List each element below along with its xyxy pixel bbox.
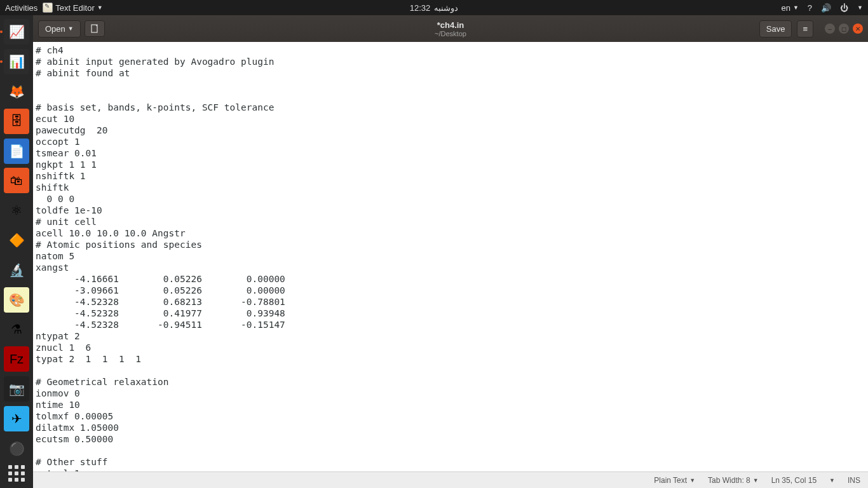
highlight-mode-label: Plain Text bbox=[654, 476, 687, 485]
chevron-down-icon: ▼ bbox=[829, 477, 835, 484]
chevron-down-icon: ▼ bbox=[857, 4, 863, 11]
chevron-down-icon: ▼ bbox=[753, 477, 759, 484]
clock-time: 12:32 bbox=[410, 3, 431, 13]
chemistry-icon: ⚗ bbox=[4, 316, 29, 342]
launcher-dock: 📈📊🦊🗄📄🛍⚛🔶🔬🎨⚗Fz📷✈⚫ bbox=[0, 15, 33, 488]
software-icon: 🛍 bbox=[4, 168, 29, 193]
launcher-item-filezilla[interactable]: Fz bbox=[3, 346, 31, 372]
open-button[interactable]: Open ▼ bbox=[38, 20, 81, 37]
window-subtitle: ~/Desktop bbox=[435, 30, 466, 37]
system-monitor-2-icon: 📊 bbox=[4, 49, 29, 74]
tab-width-label: Tab Width: 8 bbox=[708, 476, 750, 485]
color-picker-icon: 🎨 bbox=[4, 287, 29, 313]
launcher-item-libreoffice-writer[interactable]: 📄 bbox=[3, 138, 31, 164]
statusbar: Plain Text ▼ Tab Width: 8 ▼ Ln 35, Col 1… bbox=[33, 471, 868, 488]
hamburger-menu-button[interactable]: ≡ bbox=[797, 20, 813, 37]
files-icon: 🗄 bbox=[4, 109, 29, 134]
open-button-label: Open bbox=[45, 24, 65, 34]
line-selector[interactable]: ▼ bbox=[829, 477, 835, 484]
app-menu-label: Text Editor bbox=[55, 3, 94, 13]
cursor-position: Ln 35, Col 15 bbox=[771, 476, 817, 485]
app-orange-icon: 🔶 bbox=[4, 227, 29, 253]
window-title: *ch4.in bbox=[435, 20, 466, 30]
launcher-item-firefox[interactable]: 🦊 bbox=[3, 79, 31, 105]
molecule-viewer-icon: 🔬 bbox=[4, 257, 29, 283]
chevron-down-icon: ▼ bbox=[793, 4, 799, 11]
window-title-area: *ch4.in ~/Desktop bbox=[435, 20, 466, 37]
app-menu[interactable]: Text Editor ▼ bbox=[43, 3, 102, 13]
minimize-button[interactable]: – bbox=[825, 24, 835, 34]
launcher-item-molecules[interactable]: ⚫ bbox=[3, 435, 31, 461]
launcher-item-system-monitor-2[interactable]: 📊 bbox=[3, 49, 31, 75]
save-button[interactable]: Save bbox=[759, 20, 792, 37]
gedit-window: Open ▼ *ch4.in ~/Desktop Save ≡ – ◻ ✕ # … bbox=[33, 15, 868, 488]
maximize-button[interactable]: ◻ bbox=[839, 24, 849, 34]
close-button[interactable]: ✕ bbox=[853, 24, 863, 34]
system-topbar: Activities Text Editor ▼ 12:32 دوشنبه en… bbox=[0, 0, 868, 15]
launcher-item-system-monitor[interactable]: 📈 bbox=[3, 19, 31, 45]
window-controls: – ◻ ✕ bbox=[825, 24, 863, 34]
avogadro-icon: ⚛ bbox=[4, 198, 29, 223]
cursor-position-label: Ln 35, Col 15 bbox=[771, 476, 817, 485]
telegram-icon: ✈ bbox=[4, 406, 29, 431]
libreoffice-writer-icon: 📄 bbox=[4, 139, 29, 164]
hamburger-icon: ≡ bbox=[803, 24, 808, 34]
camera-icon: 📷 bbox=[4, 376, 29, 402]
insert-mode: INS bbox=[848, 476, 860, 485]
new-document-button[interactable] bbox=[85, 20, 105, 37]
lang-label: en bbox=[781, 3, 790, 13]
text-editor-area[interactable]: # ch4 # abinit input generated by Avogad… bbox=[33, 42, 868, 471]
launcher-item-software[interactable]: 🛍 bbox=[3, 168, 31, 194]
launcher-item-camera[interactable]: 📷 bbox=[3, 376, 31, 402]
activities-button[interactable]: Activities bbox=[5, 3, 37, 13]
launcher-item-app-orange[interactable]: 🔶 bbox=[3, 227, 31, 254]
clock-day: دوشنبه bbox=[434, 3, 458, 13]
launcher-item-chemistry[interactable]: ⚗ bbox=[3, 316, 31, 342]
text-editor-icon bbox=[43, 3, 53, 13]
highlight-mode-selector[interactable]: Plain Text ▼ bbox=[654, 476, 695, 485]
chevron-down-icon: ▼ bbox=[68, 25, 74, 32]
molecules-icon: ⚫ bbox=[4, 436, 29, 461]
show-applications-button[interactable] bbox=[8, 465, 25, 482]
chevron-down-icon: ▼ bbox=[97, 4, 103, 11]
launcher-item-telegram[interactable]: ✈ bbox=[3, 405, 31, 431]
filezilla-icon: Fz bbox=[4, 346, 29, 372]
launcher-item-color-picker[interactable]: 🎨 bbox=[3, 287, 31, 313]
insert-mode-label: INS bbox=[848, 476, 860, 485]
launcher-item-avogadro[interactable]: ⚛ bbox=[3, 198, 31, 224]
launcher-item-molecule-viewer[interactable]: 🔬 bbox=[3, 257, 31, 283]
window-headerbar: Open ▼ *ch4.in ~/Desktop Save ≡ – ◻ ✕ bbox=[33, 15, 868, 42]
power-icon[interactable]: ⏻ bbox=[840, 3, 848, 13]
new-doc-icon bbox=[90, 24, 99, 33]
system-monitor-icon: 📈 bbox=[4, 19, 29, 44]
chevron-down-icon: ▼ bbox=[689, 477, 695, 484]
help-icon[interactable]: ? bbox=[808, 3, 812, 13]
input-source-indicator[interactable]: en ▼ bbox=[781, 3, 798, 13]
launcher-item-files[interactable]: 🗄 bbox=[3, 108, 31, 134]
clock[interactable]: 12:32 دوشنبه bbox=[410, 3, 459, 13]
tab-width-selector[interactable]: Tab Width: 8 ▼ bbox=[708, 476, 759, 485]
firefox-icon: 🦊 bbox=[4, 79, 29, 104]
volume-icon[interactable]: 🔊 bbox=[821, 3, 831, 13]
